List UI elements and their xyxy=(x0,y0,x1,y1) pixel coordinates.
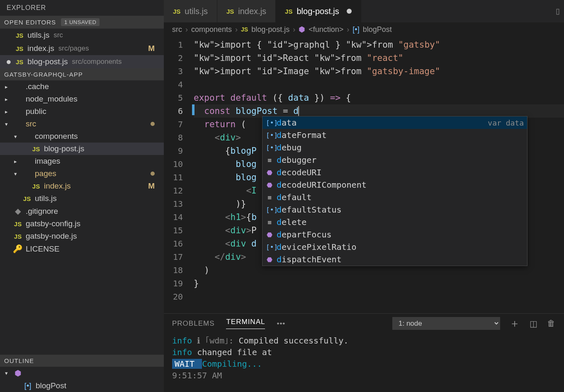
workspace-root-header[interactable]: GATSBY-GRAPHQL-APP xyxy=(0,68,164,80)
chevron-down-icon[interactable]: ▾ xyxy=(14,171,19,177)
tree-item[interactable]: ▾ src xyxy=(0,118,164,130)
terminal-selector[interactable]: 1: node xyxy=(392,317,500,330)
line-number[interactable]: 4 xyxy=(164,78,194,91)
js-icon: JS xyxy=(14,233,22,240)
code-line[interactable]: "kw">import "id">React "kw">from "react" xyxy=(194,51,564,65)
tree-item[interactable]: JS gatsby-config.js xyxy=(0,218,164,230)
function-icon: ⬢ xyxy=(15,368,22,378)
terminal-output[interactable]: info ℹ ｢wdm｣: Compiled successfully. inf… xyxy=(164,331,564,385)
code-line[interactable]: "kw">import "id">Image "kw">from "gatsby… xyxy=(194,65,564,78)
unsaved-dot-icon[interactable]: ● xyxy=(6,60,12,64)
suggestion-item[interactable]: ⬣decodeURIComponent xyxy=(263,179,527,191)
editor-tab[interactable]: JS index.js xyxy=(217,0,276,22)
suggestion-item[interactable]: ⬣decodeURI xyxy=(263,166,527,179)
tree-item[interactable]: JS blog-post.js xyxy=(0,143,164,155)
chevron-right-icon[interactable]: ▸ xyxy=(5,84,10,90)
suggestion-item[interactable]: [•]defaultStatus xyxy=(263,203,527,216)
open-editors-header[interactable]: OPEN EDITORS 1 UNSAVED xyxy=(0,16,164,29)
git-status: M xyxy=(148,44,158,53)
chevron-down-icon[interactable]: ▾ xyxy=(5,370,10,376)
code-line[interactable]: } xyxy=(194,277,564,290)
open-editor-item[interactable]: JS index.js src/pages M xyxy=(0,42,164,55)
split-terminal-icon[interactable]: ◫ xyxy=(530,319,538,329)
chevron-right-icon[interactable]: ▸ xyxy=(5,109,10,115)
git-status: M xyxy=(148,181,160,191)
suggestion-item[interactable]: [•]debug xyxy=(263,141,527,154)
line-number[interactable]: 8 xyxy=(164,131,194,144)
editor-path: src/pages xyxy=(58,44,89,53)
editor-tab[interactable]: JS utils.js xyxy=(164,0,217,22)
breadcrumb-src[interactable]: src xyxy=(172,25,182,34)
suggestion-item[interactable]: ⬣departFocus xyxy=(263,228,527,241)
chevron-down-icon[interactable]: ▾ xyxy=(5,121,10,127)
line-number[interactable]: 14 xyxy=(164,211,194,224)
suggestion-item[interactable]: ≡default xyxy=(263,191,527,203)
line-number[interactable]: 2 xyxy=(164,51,194,65)
chevron-right-icon[interactable]: ▸ xyxy=(14,158,19,165)
outline-header[interactable]: OUTLINE xyxy=(0,355,164,367)
suggestion-item[interactable]: ⬣dispatchEvent xyxy=(263,253,527,266)
new-terminal-icon[interactable]: ＋ xyxy=(509,316,520,331)
suggestion-item[interactable]: [•]dateFormat xyxy=(263,129,527,141)
outline-item[interactable]: ▾ ⬢ xyxy=(0,367,164,380)
js-icon: JS xyxy=(16,45,23,52)
breadcrumb-function[interactable]: <function> xyxy=(309,25,343,34)
breadcrumbs[interactable]: src › components › JS blog-post.js › ⬢ <… xyxy=(164,22,564,36)
breadcrumb-components[interactable]: components xyxy=(191,25,232,34)
suggestion-item[interactable]: [•]devicePixelRatio xyxy=(263,241,527,253)
line-number[interactable]: 5 xyxy=(164,91,194,104)
js-icon: JS xyxy=(16,32,23,39)
line-number[interactable]: 13 xyxy=(164,197,194,211)
line-number-gutter[interactable]: 1234567891011121314151617181920 xyxy=(164,36,194,313)
intellisense-popup[interactable]: [•]datavar data[•]dateFormat[•]debug≡deb… xyxy=(262,116,528,266)
breadcrumb-file[interactable]: blog-post.js xyxy=(251,25,289,34)
tree-item[interactable]: ▸ .cache xyxy=(0,80,164,93)
trash-icon[interactable]: 🗑 xyxy=(547,319,556,328)
code-line[interactable]: "kw">import { "id">graphql } "kw">from "… xyxy=(194,38,564,51)
tree-item[interactable]: JS index.js M xyxy=(0,180,164,192)
open-editor-item[interactable]: JS utils.js src xyxy=(0,29,164,42)
line-number[interactable]: 7 xyxy=(164,118,194,131)
tree-item[interactable]: ◆ .gitignore xyxy=(0,205,164,218)
tree-item[interactable]: JS gatsby-node.js xyxy=(0,230,164,242)
line-number[interactable]: 3 xyxy=(164,65,194,78)
line-number[interactable]: 6 xyxy=(164,104,194,118)
line-number[interactable]: 9 xyxy=(164,144,194,157)
panel-tab-terminal[interactable]: TERMINAL xyxy=(226,318,265,329)
code-line[interactable] xyxy=(194,290,564,303)
suggestion-item[interactable]: ≡debugger xyxy=(263,154,527,166)
code-line[interactable] xyxy=(194,78,564,91)
suggestion-item[interactable]: ≡delete xyxy=(263,216,527,228)
line-number[interactable]: 12 xyxy=(164,184,194,197)
line-number[interactable]: 17 xyxy=(164,250,194,264)
split-editor-icon[interactable]: ▯ xyxy=(556,7,560,16)
code-content[interactable]: "kw">import { "id">graphql } "kw">from "… xyxy=(194,36,564,313)
line-number[interactable]: 11 xyxy=(164,171,194,184)
line-number[interactable]: 19 xyxy=(164,277,194,290)
outline-item[interactable]: [•] blogPost xyxy=(0,380,164,392)
variable-icon: [•] xyxy=(266,144,273,152)
tree-item[interactable]: JS utils.js xyxy=(0,192,164,205)
breadcrumb-symbol[interactable]: blogPost xyxy=(363,25,392,34)
line-number[interactable]: 10 xyxy=(164,157,194,171)
line-number[interactable]: 20 xyxy=(164,290,194,303)
panel-more-icon[interactable]: ••• xyxy=(277,319,285,328)
line-number[interactable]: 15 xyxy=(164,224,194,237)
open-editor-item[interactable]: ● JS blog-post.js src/components xyxy=(0,55,164,68)
tree-item[interactable]: ▾ pages xyxy=(0,167,164,180)
chevron-right-icon[interactable]: ▸ xyxy=(5,96,10,102)
tree-item[interactable]: 🔑 LICENSE xyxy=(0,242,164,255)
tree-item[interactable]: ▸ images xyxy=(0,155,164,167)
tree-item[interactable]: ▸ public xyxy=(0,105,164,118)
tree-item[interactable]: ▸ node_modules xyxy=(0,93,164,105)
line-number[interactable]: 18 xyxy=(164,264,194,277)
panel-tab-problems[interactable]: PROBLEMS xyxy=(172,319,214,328)
line-number[interactable]: 1 xyxy=(164,38,194,51)
line-number[interactable]: 16 xyxy=(164,237,194,250)
suggestion-item[interactable]: [•]datavar data xyxy=(263,116,527,129)
code-editor[interactable]: 1234567891011121314151617181920 "kw">imp… xyxy=(164,36,564,313)
tree-item[interactable]: ▾ components xyxy=(0,130,164,143)
code-line[interactable]: export default ({ data }) => { xyxy=(194,91,564,104)
chevron-down-icon[interactable]: ▾ xyxy=(14,133,19,140)
editor-tab[interactable]: JS blog-post.js xyxy=(276,0,361,22)
